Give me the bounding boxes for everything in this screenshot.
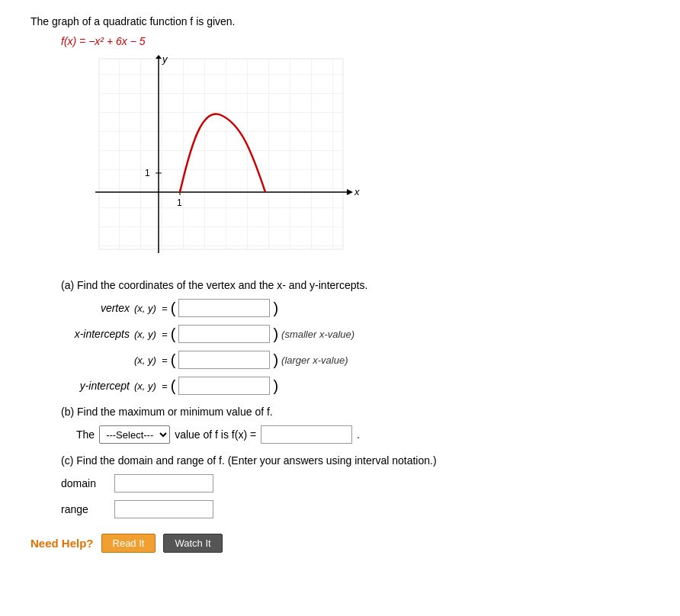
function-equation: f(x) = −x² + 6x − 5	[61, 35, 146, 47]
part-c-section: (c) Find the domain and range of f. (Ent…	[61, 454, 650, 518]
svg-rect-0	[99, 59, 343, 249]
need-help-label: Need Help?	[30, 537, 94, 550]
y-intercept-xy: (x, y) =	[134, 380, 168, 392]
domain-input[interactable]	[114, 474, 213, 492]
y-intercept-input[interactable]	[178, 377, 270, 395]
svg-marker-3	[347, 189, 353, 195]
part-b-prefix: The	[76, 428, 95, 441]
intro-text: The graph of a quadratic function f is g…	[30, 15, 236, 27]
svg-marker-4	[156, 55, 162, 59]
max-min-value-input[interactable]	[261, 425, 352, 444]
y-intercept-label: y-intercept	[61, 380, 130, 392]
x-intercept-large-input[interactable]	[178, 351, 270, 369]
x-intercept-small-close: )	[273, 326, 278, 342]
y-intercept-eq: (x, y) = ( )	[134, 377, 278, 395]
vertex-row: vertex (x, y) = ( )	[61, 299, 650, 317]
part-b-suffix: value of f is f(x) =	[175, 428, 256, 441]
part-b-row: The ---Select--- maximum minimum value o…	[76, 425, 650, 444]
x-intercepts-label: x-intercepts	[61, 328, 130, 340]
range-label: range	[61, 503, 107, 515]
x-axis-label: x	[354, 186, 360, 197]
read-it-button[interactable]: Read It	[101, 534, 156, 553]
range-row: range	[61, 500, 650, 518]
part-c-title-text: (c) Find the domain and range of f. (Ent…	[61, 454, 437, 467]
x-intercept-large-row: (x, y) = ( ) (larger x-value)	[61, 351, 650, 369]
part-a-section: (a) Find the coordinates of the vertex a…	[61, 279, 650, 395]
x-intercept-small-hint: (smaller x-value)	[281, 329, 354, 340]
domain-label: domain	[61, 477, 107, 489]
x-intercept-small-eq: (x, y) = ( ) (smaller x-value)	[134, 325, 354, 343]
x-intercept-large-xy: (x, y) =	[134, 355, 168, 366]
part-b-period: .	[357, 428, 360, 441]
y-intercept-open: (	[171, 378, 176, 393]
graph-container: x y 1 1	[76, 55, 366, 268]
part-b-title-text: (b) Find the maximum or minimum value of…	[61, 406, 273, 418]
max-min-select[interactable]: ---Select--- maximum minimum	[99, 425, 170, 444]
watch-it-button[interactable]: Watch It	[163, 534, 222, 553]
x-intercept-large-close: )	[273, 352, 278, 367]
x-intercept-small-open: (	[171, 326, 176, 342]
y-tick-1: 1	[145, 168, 150, 178]
problem-intro: The graph of a quadratic function f is g…	[30, 15, 650, 27]
vertex-eq: (x, y) = ( )	[134, 299, 278, 317]
vertex-open-paren: (	[171, 300, 176, 316]
part-b-title: (b) Find the maximum or minimum value of…	[61, 406, 650, 418]
domain-row: domain	[61, 474, 650, 492]
graph-svg: x y 1 1	[76, 55, 366, 272]
x-intercept-large-open: (	[171, 352, 176, 367]
range-input[interactable]	[114, 500, 213, 518]
need-help-section: Need Help? Read It Watch It	[30, 534, 650, 553]
y-intercept-close: )	[273, 378, 278, 393]
vertex-label: vertex	[61, 302, 130, 314]
part-c-title: (c) Find the domain and range of f. (Ent…	[61, 454, 650, 467]
part-b-section: (b) Find the maximum or minimum value of…	[61, 406, 650, 444]
vertex-close-paren: )	[273, 300, 278, 316]
part-a-title-text: (a) Find the coordinates of the vertex a…	[61, 279, 367, 291]
x-tick-1: 1	[177, 197, 182, 208]
x-intercept-large-hint: (larger x-value)	[281, 355, 348, 366]
vertex-input[interactable]	[178, 299, 270, 317]
vertex-xy: (x, y) =	[134, 303, 168, 314]
y-intercept-row: y-intercept (x, y) = ( )	[61, 377, 650, 395]
x-intercept-small-xy: (x, y) =	[134, 329, 168, 340]
x-intercept-large-eq: (x, y) = ( ) (larger x-value)	[134, 351, 348, 369]
x-intercept-small-row: x-intercepts (x, y) = ( ) (smaller x-val…	[61, 325, 650, 343]
x-intercept-small-input[interactable]	[178, 325, 270, 343]
part-a-title: (a) Find the coordinates of the vertex a…	[61, 279, 650, 291]
